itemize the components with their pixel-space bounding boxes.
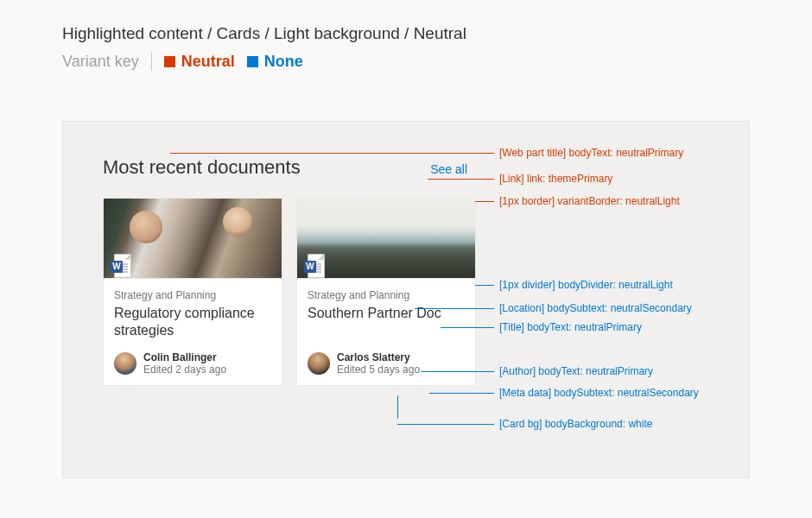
variant-key-row: Variant key Neutral None [62,52,750,71]
card-meta: Edited 5 days ago [337,363,420,376]
anno-meta: [Meta data] bodySubtext: neutralSecondar… [429,387,699,399]
breadcrumb: Highlighted content / Cards / Light back… [62,24,750,43]
card-thumbnail: W [297,199,475,278]
card-location: Strategy and Planning [114,289,271,301]
anno-cardbg-vline [397,395,398,419]
card-title: Regulatory compliance strategies [114,305,271,339]
anno-link: [Link] link: themePrimary [428,173,612,185]
anno-border: [1px border] variantBorder: neutralLight [475,195,680,207]
variant-key-label: Variant key [62,53,139,71]
anno-author: [Author] bodyText: neutralPrimary [421,365,653,377]
document-card[interactable]: W Strategy and Planning Regulatory compl… [103,198,282,386]
avatar [308,352,330,375]
avatar [114,352,136,375]
card-author: Carlos Slattery [337,351,420,363]
variant-neutral: Neutral [164,53,235,71]
card-location: Strategy and Planning [308,289,465,301]
anno-webpart-title: [Web part title] bodyText: neutralPrimar… [170,147,683,159]
webpart-title: Most recent documents [103,156,301,179]
variant-none: None [247,53,303,71]
anno-title: [Title] bodyText: neutralPrimary [441,321,642,333]
word-doc-icon: W [304,254,327,278]
variant-key-divider [151,52,152,71]
variant-none-label: None [264,53,303,71]
card-thumbnail: W [104,199,282,278]
card-meta: Edited 2 days ago [143,363,226,376]
anno-divider: [1px divider] bodyDivider: neutralLight [475,279,673,291]
anno-location: [Location] bodySubtext: neutralSecondary [415,302,692,314]
swatch-neutral-icon [164,56,175,67]
anno-cardbg: [Card bg] bodyBackground: white [397,418,652,430]
card-author: Colin Ballinger [143,351,226,363]
swatch-none-icon [247,56,258,67]
variant-neutral-label: Neutral [181,53,235,71]
document-card[interactable]: W Strategy and Planning Southern Partner… [296,198,476,386]
word-doc-icon: W [111,254,133,278]
